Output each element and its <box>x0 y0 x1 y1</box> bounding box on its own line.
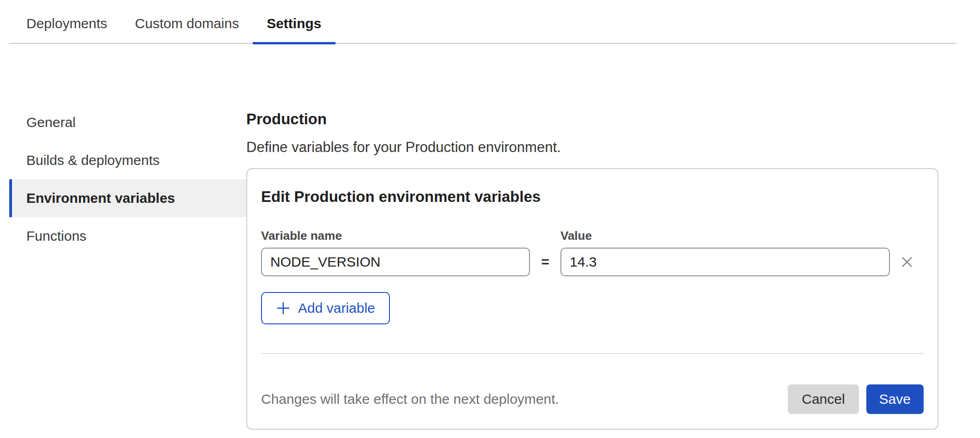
sidebar-item-environment-variables[interactable]: Environment variables <box>9 179 246 217</box>
cancel-button[interactable]: Cancel <box>788 384 858 414</box>
tab-settings[interactable]: Settings <box>253 0 335 43</box>
plus-icon <box>276 301 291 316</box>
add-variable-button[interactable]: Add variable <box>261 292 390 324</box>
sidebar-item-builds-deployments[interactable]: Builds & deployments <box>9 141 246 179</box>
env-variables-card: Edit Production environment variables Va… <box>246 168 938 430</box>
variable-value-input[interactable] <box>560 248 890 276</box>
variable-editor-grid: Variable name Value = <box>261 228 924 276</box>
main-panel: Production Define variables for your Pro… <box>246 103 938 430</box>
equals-sign: = <box>530 254 560 270</box>
footer-note: Changes will take effect on the next dep… <box>261 391 559 407</box>
tab-bar: Deployments Custom domains Settings <box>9 0 956 44</box>
card-title: Edit Production environment variables <box>261 188 924 206</box>
add-variable-label: Add variable <box>298 300 375 316</box>
value-label: Value <box>560 228 890 243</box>
page-title: Production <box>246 110 938 128</box>
sidebar-item-general[interactable]: General <box>9 103 246 141</box>
variable-name-input[interactable] <box>261 248 530 276</box>
save-button[interactable]: Save <box>866 384 924 414</box>
sidebar-item-functions[interactable]: Functions <box>9 217 246 255</box>
card-divider <box>261 353 924 354</box>
remove-variable-button[interactable] <box>890 248 924 276</box>
page-description: Define variables for your Production env… <box>246 139 938 156</box>
settings-sidebar: General Builds & deployments Environment… <box>9 103 246 430</box>
card-footer: Changes will take effect on the next dep… <box>261 384 924 414</box>
variable-name-label: Variable name <box>261 228 530 243</box>
settings-content: General Builds & deployments Environment… <box>0 44 980 430</box>
tab-custom-domains[interactable]: Custom domains <box>121 0 253 43</box>
footer-actions: Cancel Save <box>788 384 924 414</box>
remove-icon <box>900 255 914 269</box>
tab-deployments[interactable]: Deployments <box>12 0 121 43</box>
